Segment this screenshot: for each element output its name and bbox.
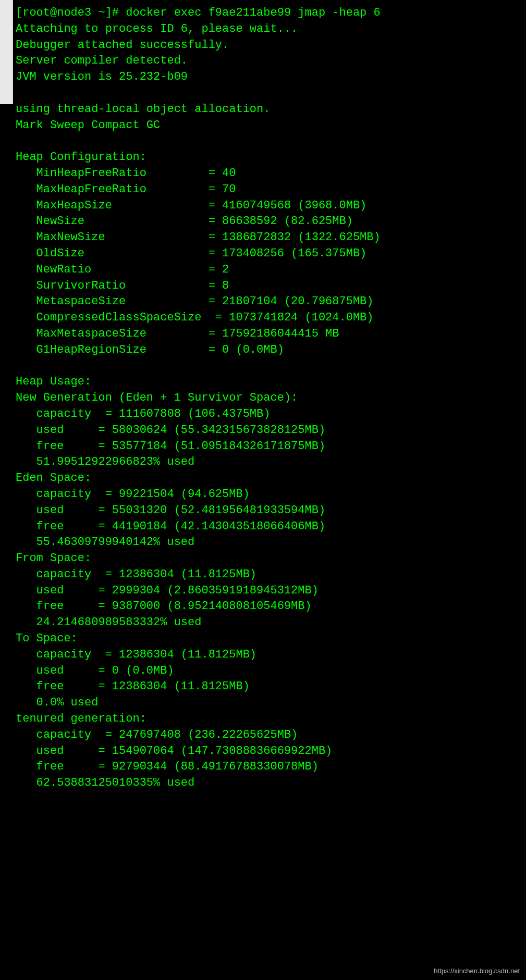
config-row: NewRatio = 2 — [16, 262, 522, 278]
usage-percent: 55.46309799940142% used — [16, 535, 522, 551]
output-line: Debugger attached successfully. — [16, 38, 522, 54]
usage-row: used = 58030624 (55.342315673828125MB) — [16, 423, 522, 439]
usage-section-title: From Space: — [16, 551, 522, 567]
config-row: MinHeapFreeRatio = 40 — [16, 166, 522, 182]
usage-percent: 51.99512922966823% used — [16, 454, 522, 470]
usage-row: used = 2999304 (2.8603591918945312MB) — [16, 583, 522, 599]
blank-line — [16, 358, 522, 375]
command-text: docker exec f9ae211abe99 jmap -heap 6 — [126, 6, 380, 19]
usage-percent: 0.0% used — [16, 695, 522, 711]
config-row: SurvivorRatio = 8 — [16, 278, 522, 294]
heap-config-header: Heap Configuration: — [16, 150, 522, 166]
output-line: JVM version is 25.232-b09 — [16, 69, 522, 85]
usage-percent: 24.214680989583332% used — [16, 615, 522, 631]
terminal-output[interactable]: [root@node3 ~]# docker exec f9ae211abe99… — [0, 0, 526, 797]
usage-row: capacity = 247697408 (236.22265625MB) — [16, 727, 522, 743]
usage-section-title: To Space: — [16, 631, 522, 647]
config-row: MaxHeapFreeRatio = 70 — [16, 182, 522, 198]
usage-section-title: New Generation (Eden + 1 Survivor Space)… — [16, 390, 522, 406]
output-line: Server compiler detected. — [16, 53, 522, 69]
output-line — [16, 133, 522, 150]
output-line: Mark Sweep Compact GC — [16, 118, 522, 134]
usage-row: free = 12386304 (11.8125MB) — [16, 679, 522, 695]
usage-row: free = 9387000 (8.952140808105469MB) — [16, 599, 522, 615]
output-line — [16, 85, 522, 102]
config-row: OldSize = 173408256 (165.375MB) — [16, 246, 522, 262]
output-line: using thread-local object allocation. — [16, 102, 522, 118]
usage-percent: 62.53883125010335% used — [16, 775, 522, 791]
shell-prompt: [root@node3 ~]# — [16, 6, 126, 19]
usage-row: used = 0 (0.0MB) — [16, 663, 522, 679]
usage-row: used = 55031320 (52.481956481933594MB) — [16, 503, 522, 519]
usage-row: capacity = 111607808 (106.4375MB) — [16, 406, 522, 423]
config-row: MaxNewSize = 1386872832 (1322.625MB) — [16, 230, 522, 246]
config-row: G1HeapRegionSize = 0 (0.0MB) — [16, 342, 522, 358]
usage-row: free = 44190184 (42.143043518066406MB) — [16, 519, 522, 535]
config-row: MaxHeapSize = 4160749568 (3968.0MB) — [16, 198, 522, 214]
side-badge: 验证编码 — [0, 0, 13, 104]
usage-row: capacity = 99221504 (94.625MB) — [16, 487, 522, 503]
usage-section-title: tenured generation: — [16, 711, 522, 727]
heap-usage-header: Heap Usage: — [16, 374, 522, 390]
usage-row: capacity = 12386304 (11.8125MB) — [16, 567, 522, 583]
usage-row: capacity = 12386304 (11.8125MB) — [16, 647, 522, 663]
side-badge-text: 验证编码 — [0, 0, 10, 4]
config-row: NewSize = 86638592 (82.625MB) — [16, 214, 522, 230]
usage-section-title: Eden Space: — [16, 470, 522, 487]
prompt-line: [root@node3 ~]# docker exec f9ae211abe99… — [16, 5, 522, 21]
config-row: MetaspaceSize = 21807104 (20.796875MB) — [16, 294, 522, 310]
usage-row: used = 154907064 (147.73088836669922MB) — [16, 743, 522, 760]
usage-row: free = 53577184 (51.095184326171875MB) — [16, 439, 522, 455]
usage-row: free = 92790344 (88.49176788330078MB) — [16, 759, 522, 775]
output-line: Attaching to process ID 6, please wait..… — [16, 21, 522, 38]
config-row: CompressedClassSpaceSize = 1073741824 (1… — [16, 310, 522, 326]
config-row: MaxMetaspaceSize = 17592186044415 MB — [16, 326, 522, 342]
